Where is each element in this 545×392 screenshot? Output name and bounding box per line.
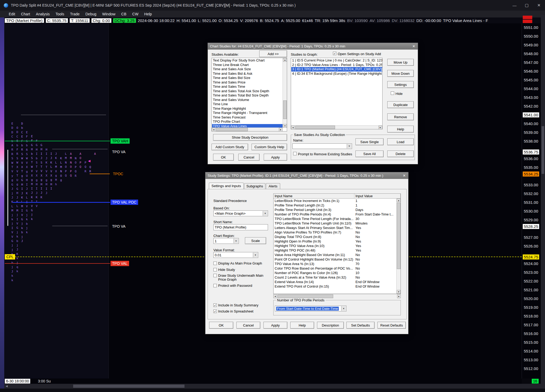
table-horizontal-scrollbar[interactable]: ◄ ► <box>273 294 401 298</box>
studies-available-item[interactable]: Time and Sales Time <box>212 85 283 89</box>
studies-available-item[interactable]: Time and Sales Ask Size <box>212 67 283 72</box>
option-checkbox[interactable] <box>213 310 217 313</box>
studies-available-item[interactable]: TPO Profile Chart <box>212 120 283 124</box>
studies-available-item[interactable]: Time and Sales Total Ask Size Depth <box>212 89 283 94</box>
option-checkbox[interactable] <box>213 303 217 307</box>
dialog-title-bar[interactable]: Study Settings: TPO (Market Profile). ID… <box>205 172 408 179</box>
list-horizontal-scrollbar[interactable]: ◄ ► <box>291 125 382 129</box>
scroll-up-icon[interactable]: ▲ <box>283 58 287 62</box>
apply-button[interactable]: Apply <box>264 154 287 161</box>
periods-combo[interactable]: From Start Date-Time to End Date-Time ▼ <box>275 306 346 311</box>
cancel-button[interactable]: Cancel <box>236 322 260 329</box>
list-horizontal-scrollbar[interactable]: ◄ ► <box>212 127 283 131</box>
scroll-down-icon[interactable]: ▼ <box>397 290 401 294</box>
studies-to-graph-item[interactable]: 2 | ID:2 TPO Value Area Lines - Period: … <box>291 63 383 67</box>
input-row[interactable]: Color TPO Row Based on Percentage of POC… <box>274 266 401 271</box>
scroll-thumb[interactable] <box>295 126 335 129</box>
input-row[interactable]: Profile Time Period Length Unit (In:3)Da… <box>274 208 401 212</box>
input-value-header[interactable]: Input Value <box>354 194 401 199</box>
studies-available-item[interactable]: Time and Sales Bid & Ask <box>212 72 283 76</box>
studies-available-item[interactable]: Time and Sales Total Bid Size Depth <box>212 93 283 98</box>
vertical-scrollbar[interactable] <box>541 15 545 392</box>
input-row[interactable]: Extend Singles (In:46)Until Future Inter… <box>274 289 401 290</box>
input-row[interactable]: Number of TPO Profile Periods (In:4)From… <box>274 212 401 217</box>
close-icon[interactable]: ✕ <box>411 44 417 49</box>
remove-button[interactable]: Remove <box>387 113 414 120</box>
option-checkbox[interactable] <box>213 268 217 271</box>
table-vertical-scrollbar[interactable]: ▲ ▼ <box>396 199 401 294</box>
save-all-button[interactable]: Save All <box>355 151 384 157</box>
scroll-left-icon[interactable]: ◀ <box>4 384 9 389</box>
ok-button[interactable]: OK <box>209 322 233 329</box>
based-on-combo[interactable]: <Main Price Graph> ▼ <box>213 210 268 216</box>
input-row[interactable]: TPO Letter/Block Time Period Length Unit… <box>274 221 401 226</box>
scroll-right-icon[interactable]: ► <box>379 126 382 129</box>
scroll-thumb[interactable] <box>283 100 287 119</box>
input-row[interactable]: TPO Value Area % (In:13)70 <box>274 262 401 266</box>
cancel-button[interactable]: Cancel <box>238 154 260 161</box>
prompt-remove-checkbox[interactable] <box>293 152 297 155</box>
input-row[interactable]: Align Volume Profiles To TPO Profiles (I… <box>274 230 401 235</box>
custom-study-help-button[interactable]: Custom Study Help <box>252 144 287 150</box>
inputs-table[interactable]: Input Name Input Value Letter/Block Pric… <box>273 193 401 294</box>
short-name-input[interactable]: TPO (Market Profile) <box>213 224 268 230</box>
open-settings-checkbox[interactable] <box>333 52 336 55</box>
tab-alerts[interactable]: Alerts <box>266 183 280 189</box>
scroll-right-icon[interactable]: ► <box>279 128 283 131</box>
chevron-down-icon[interactable]: ▼ <box>234 239 238 243</box>
studies-to-graph-listbox[interactable]: 1 | ID:5 Current Price Line | 0 ms | Cal… <box>291 58 383 129</box>
move-up-button[interactable]: Move Up <box>387 59 414 66</box>
input-row[interactable]: Letter/Block Price Increment in Ticks (I… <box>274 199 401 203</box>
chevron-down-icon[interactable]: ▼ <box>263 211 267 216</box>
move-down-button[interactable]: Move Down <box>387 70 414 77</box>
input-row[interactable]: Highlight Open In Profile (In:9)Yes <box>274 239 401 244</box>
scroll-left-icon[interactable]: ◄ <box>273 294 277 298</box>
description-button[interactable]: Description <box>317 322 344 329</box>
set-defaults-button[interactable]: Set Defaults <box>346 322 375 329</box>
hide-checkbox[interactable] <box>391 91 394 95</box>
studies-available-item[interactable]: Time Range Highlight - Transparent <box>212 111 283 115</box>
horizontal-scrollbar[interactable]: ◀ <box>4 384 541 389</box>
scroll-thumb[interactable] <box>397 203 401 269</box>
input-row[interactable]: Number of POC Ranges to Color (In:126)10 <box>274 271 401 275</box>
chart-region-combo[interactable]: 1 ▼ <box>213 238 239 244</box>
input-row[interactable]: TPO Letter/Block Time Period Length (For… <box>274 217 401 221</box>
studies-available-item[interactable]: Time Line <box>212 102 283 107</box>
input-row[interactable]: Profile Time Period Length (In:2)1 <box>274 203 401 208</box>
input-row[interactable]: Letters Always Start At Primary Session … <box>274 226 401 230</box>
chevron-down-icon[interactable]: ▼ <box>341 306 346 311</box>
close-icon[interactable]: ✕ <box>401 173 407 178</box>
studies-to-graph-item[interactable]: 4 | ID:34 ETH Background (Europe) (Time … <box>291 72 383 76</box>
studies-available-item[interactable]: Time Series Forecast <box>212 115 283 120</box>
studies-available-item[interactable]: Time Range Highlight <box>212 107 283 111</box>
load-button[interactable]: Load <box>387 138 414 145</box>
scroll-thumb[interactable] <box>278 294 333 298</box>
save-single-button[interactable]: Save Single <box>355 138 384 145</box>
reset-defaults-button[interactable]: Reset Defaults <box>377 322 406 329</box>
apply-button[interactable]: Apply <box>263 322 287 329</box>
studies-available-item[interactable]: Text Display For Study from Chart <box>212 58 283 63</box>
value-format-combo[interactable]: 0.01 ▼ <box>213 252 258 258</box>
studies-available-item[interactable]: TPO Value Area Lines <box>212 124 283 128</box>
input-row[interactable]: Display Total TPO Count (In:8)No <box>274 235 401 239</box>
tab-subgraphs[interactable]: Subgraphs <box>244 183 265 189</box>
horizontal-scroll-thumb[interactable] <box>73 385 184 388</box>
studies-available-item[interactable]: Time and Sales Price <box>212 80 283 85</box>
input-row[interactable]: Extend TPO Point of Control (In:15)End O… <box>274 284 401 289</box>
tab-settings-and-inputs[interactable]: Settings and Inputs <box>209 183 244 189</box>
option-checkbox[interactable] <box>213 284 217 287</box>
input-row[interactable]: Highlight TPO Value Area (In:10)Yes <box>274 244 401 248</box>
chevron-down-icon[interactable]: ▼ <box>253 253 258 257</box>
settings-button[interactable]: Settings <box>387 81 414 88</box>
list-vertical-scrollbar[interactable]: ▲ ▼ <box>283 58 287 128</box>
input-row[interactable]: Highlight TPO POC (In:48)Yes <box>274 248 401 253</box>
add-study-button[interactable]: Add >> <box>259 50 287 57</box>
delete-button[interactable]: Delete <box>387 151 414 157</box>
scroll-up-icon[interactable]: ▲ <box>397 199 401 202</box>
study-collection-name-combo[interactable]: ▼ <box>292 143 352 149</box>
scale-button[interactable]: Scale <box>245 237 266 244</box>
studies-available-item[interactable]: Time and Sales Volume <box>212 98 283 102</box>
scroll-down-icon[interactable]: ▼ <box>283 124 287 128</box>
scroll-left-icon[interactable]: ◄ <box>212 128 216 131</box>
studies-to-graph-item[interactable]: 3 | ID:1 TPO (Market Profile) (#4 ESU24_… <box>291 67 383 72</box>
